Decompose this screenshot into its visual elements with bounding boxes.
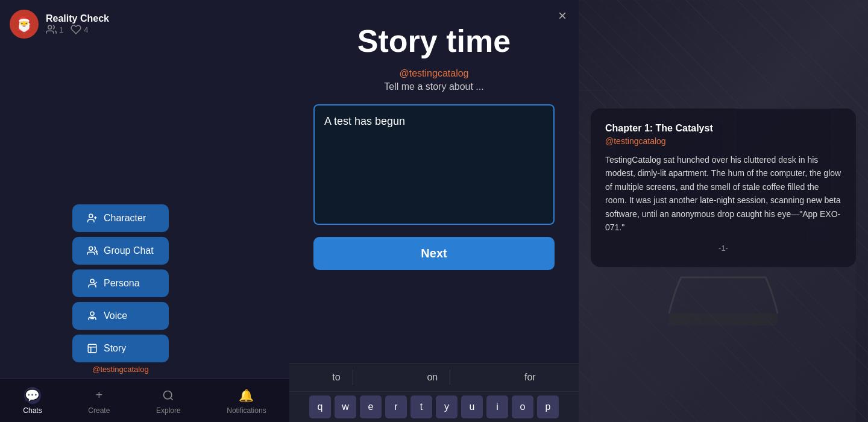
- likes-icon: [71, 24, 81, 35]
- svg-point-0: [48, 25, 52, 29]
- group-chat-menu-item[interactable]: Group Chat: [72, 237, 169, 265]
- svg-line-13: [171, 397, 173, 400]
- svg-point-4: [89, 247, 93, 250]
- key-o[interactable]: o: [512, 395, 533, 418]
- character-menu-item[interactable]: Character: [72, 204, 169, 232]
- story-icon: [87, 343, 98, 354]
- character-icon: [87, 213, 98, 224]
- avatar: 🎅: [10, 10, 39, 39]
- story-attribution: @testingcatalog: [72, 365, 169, 374]
- keyboard-suggestions: to on for: [289, 364, 579, 392]
- modal-title: Story time: [357, 24, 511, 58]
- key-w[interactable]: w: [335, 395, 356, 418]
- suggestion-to[interactable]: to: [320, 370, 353, 385]
- persona-icon: [87, 278, 98, 289]
- explore-icon: [160, 387, 177, 404]
- keyboard-area: to on for q w e r t y u i o p: [289, 363, 579, 422]
- voice-icon: [87, 310, 98, 321]
- left-panel: 🎅 Reality Check 1 4 Character Group: [0, 0, 289, 422]
- right-panel: Chapter 1: The Catalyst @testingcatalog …: [579, 0, 868, 422]
- page-number: -1-: [605, 244, 841, 253]
- svg-rect-14: [591, 241, 856, 422]
- header-meta: 1 4: [46, 24, 109, 35]
- chat-title: Reality Check: [46, 13, 109, 24]
- key-p[interactable]: p: [537, 395, 559, 418]
- key-e[interactable]: e: [360, 395, 382, 418]
- svg-point-12: [164, 391, 172, 398]
- story-text: TestingCatalog sat hunched over his clut…: [605, 153, 841, 234]
- modal-username: @testingcatalog: [400, 68, 469, 79]
- modal-subtitle: Tell me a story about ...: [384, 81, 483, 92]
- keyboard-row-1: q w e r t y u i o p: [289, 392, 579, 422]
- like-count: 4: [71, 24, 88, 35]
- chapter-title: Chapter 1: The Catalyst: [605, 123, 841, 134]
- svg-point-1: [89, 214, 93, 218]
- svg-rect-20: [669, 313, 778, 326]
- svg-point-7: [90, 279, 94, 283]
- chats-icon: 💬: [24, 387, 41, 404]
- close-button[interactable]: ×: [558, 8, 567, 23]
- chat-header: 🎅 Reality Check 1 4: [0, 0, 289, 48]
- story-card: Chapter 1: The Catalyst @testingcatalog …: [591, 109, 856, 267]
- key-r[interactable]: r: [385, 395, 407, 418]
- create-icon: +: [90, 387, 107, 404]
- bottom-nav: 💬 Chats + Create Explore 🔔 Notifications: [0, 379, 289, 422]
- story-input[interactable]: [313, 104, 555, 225]
- svg-point-8: [90, 312, 94, 315]
- modal-content: Story time @testingcatalog Tell me a sto…: [289, 0, 579, 363]
- nav-explore[interactable]: Explore: [156, 387, 181, 415]
- persona-menu-item[interactable]: Persona: [72, 269, 169, 297]
- key-q[interactable]: q: [309, 395, 331, 418]
- key-t[interactable]: t: [410, 395, 432, 418]
- key-i[interactable]: i: [486, 395, 508, 418]
- nav-create[interactable]: + Create: [88, 387, 110, 415]
- suggestion-on[interactable]: on: [415, 370, 450, 385]
- story-menu-item[interactable]: Story: [72, 335, 169, 362]
- header-info: Reality Check 1 4: [46, 13, 109, 35]
- next-button[interactable]: Next: [313, 237, 555, 270]
- nav-chats[interactable]: 💬 Chats: [23, 387, 42, 415]
- story-author: @testingcatalog: [605, 136, 841, 146]
- members-icon: [46, 24, 57, 35]
- svg-rect-9: [88, 344, 96, 353]
- voice-menu-item[interactable]: Voice: [72, 302, 169, 330]
- key-u[interactable]: u: [461, 395, 483, 418]
- notifications-icon: 🔔: [238, 387, 255, 404]
- popup-menu: Character Group Chat Persona Voice Story…: [72, 204, 169, 374]
- nav-notifications[interactable]: 🔔 Notifications: [227, 387, 266, 415]
- member-count: 1: [46, 24, 63, 35]
- middle-panel: × Story time @testingcatalog Tell me a s…: [289, 0, 579, 422]
- suggestion-for[interactable]: for: [512, 370, 548, 385]
- group-chat-icon: [87, 245, 98, 256]
- key-y[interactable]: y: [436, 395, 458, 418]
